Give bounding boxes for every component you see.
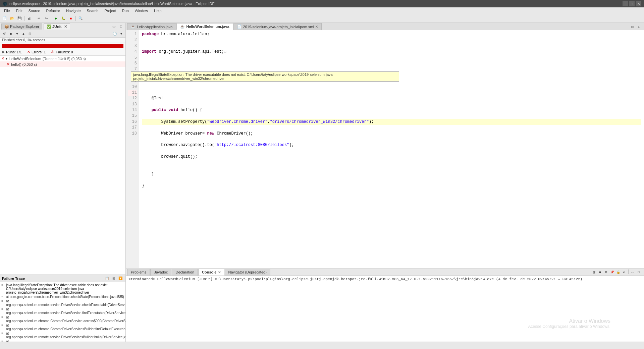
debug-button[interactable]: 🐛 bbox=[60, 15, 67, 22]
test-tree: ✕ ▾ HelloWordSelenium [Runner: JUnit 5] … bbox=[0, 56, 125, 275]
runs-stat: ▶ Runs: 1/1 bbox=[2, 50, 22, 54]
trace-line-3[interactable]: ≡ at org.openqa.selenium.remote.service.… bbox=[1, 307, 124, 315]
run-button[interactable]: ▶ bbox=[53, 15, 59, 22]
maximize-left-panel[interactable]: □ bbox=[118, 23, 124, 30]
bottom-tab-console[interactable]: Console ✕ bbox=[198, 269, 224, 276]
rerun-button[interactable]: ↺ bbox=[1, 31, 7, 37]
editor-min-button[interactable]: ▭ bbox=[629, 23, 636, 30]
menu-bar: File Edit Source Refactor Navigate Searc… bbox=[0, 7, 644, 14]
pom-tab-label: 2019-selenium-java-projeto_inicial/pom.x… bbox=[243, 25, 314, 29]
scroll-lock-button[interactable]: 🔒 bbox=[615, 269, 621, 275]
open-button[interactable]: 📂 bbox=[9, 15, 15, 22]
menu-search[interactable]: Search bbox=[84, 8, 101, 13]
redo-button[interactable]: ↪ bbox=[43, 15, 50, 22]
helloword-tab-label: HelloWordSelenium.java bbox=[186, 24, 229, 29]
view-menu-button[interactable]: ▾ bbox=[118, 31, 124, 37]
menu-edit[interactable]: Edit bbox=[13, 8, 25, 13]
console-content: <terminated> HelloWordSelenium [JUnit] C… bbox=[126, 276, 644, 342]
window-title: eclipse-workspace - 2019-selenium-java-p… bbox=[9, 2, 215, 6]
case-error-icon: ✕ bbox=[7, 62, 10, 66]
trace-line-4[interactable]: ≡ at org.openqa.selenium.chrome.ChromeDr… bbox=[1, 315, 124, 323]
problems-label: Problems bbox=[131, 270, 146, 274]
tab-package-explorer[interactable]: 📦 Package Explorer bbox=[1, 23, 42, 30]
failure-trace-title: Failure Trace bbox=[2, 277, 25, 281]
declaration-label: Declaration bbox=[175, 270, 194, 274]
test-progress-bar bbox=[2, 44, 123, 48]
save-button[interactable]: 💾 bbox=[16, 15, 23, 22]
case-name: hello() (0,050 s) bbox=[11, 62, 37, 66]
maximize-bottom-button[interactable]: □ bbox=[636, 269, 641, 275]
trace-text-1: at com.google.common.base.Preconditions.… bbox=[6, 295, 124, 299]
editor-max-button[interactable]: □ bbox=[636, 23, 643, 30]
bottom-tab-javadoc[interactable]: Javadoc bbox=[150, 269, 171, 276]
minimize-button[interactable]: ─ bbox=[623, 1, 628, 6]
failure-header-buttons: 📋 ⊞ 🔽 bbox=[104, 276, 123, 282]
junit-icon: ✅ bbox=[47, 24, 51, 29]
copy-trace-button[interactable]: 📋 bbox=[104, 276, 110, 282]
leilao-tab-label: LeilaoApplication.java bbox=[137, 25, 172, 29]
bottom-tab-navigator[interactable]: Navigator (Deprecated) bbox=[225, 269, 270, 276]
menu-refactor[interactable]: Refactor bbox=[44, 8, 63, 13]
editor-tab-pom[interactable]: 📄 2019-selenium-java-projeto_inicial/pom… bbox=[233, 23, 322, 30]
failures-label: Failures: 0 bbox=[56, 50, 73, 54]
code-editor[interactable]: package br.com.alura.leilao; import org.… bbox=[139, 30, 644, 268]
minimize-bottom-button[interactable]: ▭ bbox=[630, 269, 635, 275]
minimize-left-panel[interactable]: ▭ bbox=[111, 23, 117, 30]
menu-navigate[interactable]: Navigate bbox=[63, 8, 83, 13]
print-button[interactable]: 🖨 bbox=[26, 15, 33, 22]
expand-stack-button[interactable]: ⊞ bbox=[111, 276, 117, 282]
menu-run[interactable]: Run bbox=[119, 8, 131, 13]
editor-tab-leilao[interactable]: ☕ LeilaoApplication.java bbox=[127, 23, 176, 30]
collapse-all-button[interactable]: ⊟ bbox=[27, 31, 33, 37]
junit-label: JUnit bbox=[52, 24, 62, 29]
trace-line-2[interactable]: ≡ at org.openqa.selenium.remote.service.… bbox=[1, 299, 124, 307]
new-button[interactable]: 📄 bbox=[1, 15, 8, 22]
clear-console-button[interactable]: 🗑 bbox=[591, 269, 597, 275]
pin-console-button[interactable]: 📌 bbox=[609, 269, 615, 275]
title-bar-controls[interactable]: ─ □ ✕ bbox=[623, 1, 641, 6]
junit-tab-close[interactable]: ✕ bbox=[64, 24, 67, 29]
undo-button[interactable]: ↩ bbox=[36, 15, 42, 22]
test-case-hello[interactable]: ✕ hello() (0,050 s) bbox=[0, 61, 125, 67]
menu-project[interactable]: Project bbox=[102, 8, 118, 13]
menu-help[interactable]: Help bbox=[151, 8, 164, 13]
maximize-button[interactable]: □ bbox=[629, 1, 635, 6]
trace-line-5[interactable]: ≡ at org.openqa.selenium.chrome.ChromeDr… bbox=[1, 323, 124, 331]
close-button[interactable]: ✕ bbox=[636, 1, 641, 6]
trace-line-6[interactable]: ≡ at org.openqa.selenium.remote.service.… bbox=[1, 331, 124, 339]
bottom-panel-tabs: Problems Javadoc Declaration Console ✕ N… bbox=[126, 268, 644, 276]
search-button[interactable]: 🔍 bbox=[77, 15, 84, 22]
bottom-tab-problems[interactable]: Problems bbox=[127, 269, 150, 276]
terminate-button[interactable]: ■ bbox=[597, 269, 603, 275]
prev-failure-button[interactable]: ▲ bbox=[20, 31, 26, 37]
word-wrap-button[interactable]: ↵ bbox=[622, 269, 627, 275]
trace-icon-5: ≡ bbox=[1, 323, 5, 327]
trace-icon-0: ≡ bbox=[1, 283, 5, 287]
expand-icon: ▾ bbox=[6, 57, 7, 60]
trace-line-1[interactable]: ≡ at com.google.common.base.Precondition… bbox=[1, 295, 124, 299]
stop-test-button[interactable]: ■ bbox=[8, 31, 14, 37]
trace-text-7: at org.openqa.selenium.chrome.ChromeDriv… bbox=[6, 340, 125, 342]
trace-line-0[interactable]: ≡ java.lang.IllegalStateException: The d… bbox=[1, 283, 124, 295]
stop-button[interactable]: ■ bbox=[67, 15, 74, 22]
errors-label: Errors: 1 bbox=[32, 50, 46, 54]
menu-file[interactable]: File bbox=[1, 8, 13, 13]
menu-source[interactable]: Source bbox=[26, 8, 43, 13]
filter-stack-button[interactable]: 🔽 bbox=[117, 276, 123, 282]
failures-stat: ⚠ Failures: 0 bbox=[51, 50, 73, 54]
menu-window[interactable]: Window bbox=[132, 8, 151, 13]
trace-line-7[interactable]: ≡ at org.openqa.selenium.chrome.ChromeDr… bbox=[1, 339, 124, 342]
tab-junit[interactable]: ✅ JUnit ✕ bbox=[44, 23, 70, 30]
next-failure-button[interactable]: ▼ bbox=[14, 31, 20, 37]
test-suite-hellword[interactable]: ✕ ▾ HelloWordSelenium [Runner: JUnit 5] … bbox=[0, 56, 125, 61]
left-panel-tabs: 📦 Package Explorer ✅ JUnit ✕ ▭ □ bbox=[0, 23, 125, 30]
sep4 bbox=[75, 16, 76, 21]
console-tab-close[interactable]: ✕ bbox=[218, 270, 221, 274]
sep3 bbox=[51, 16, 51, 21]
pom-tab-close[interactable]: ✕ bbox=[315, 25, 318, 29]
test-stats: ▶ Runs: 1/1 ✕ Errors: 1 ⚠ Failures: 0 bbox=[2, 50, 123, 54]
bottom-tab-declaration[interactable]: Declaration bbox=[172, 269, 198, 276]
console-settings-button[interactable]: ⚙ bbox=[603, 269, 609, 275]
history-button[interactable]: 🕒 bbox=[112, 31, 118, 37]
editor-tab-helloword[interactable]: ☕ HelloWordSelenium.java bbox=[176, 23, 233, 30]
